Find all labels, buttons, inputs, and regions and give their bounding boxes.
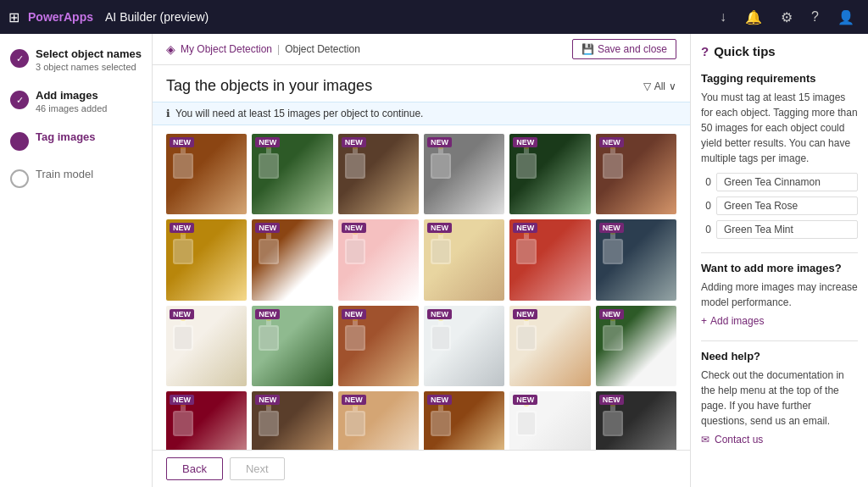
image-cell-15[interactable]: NEW: [338, 306, 419, 386]
svg-rect-1: [175, 155, 192, 177]
svg-rect-13: [432, 155, 449, 177]
new-badge: NEW: [427, 395, 452, 405]
image-cell-10[interactable]: NEW: [424, 219, 504, 300]
image-cell-5[interactable]: NEW: [509, 134, 590, 214]
new-badge: NEW: [599, 137, 624, 147]
step-2-sublabel: 46 images added: [36, 103, 107, 113]
help-section: Need help? Check out the documentation i…: [701, 350, 858, 445]
new-badge: NEW: [599, 309, 624, 319]
step-2-label: Add images: [36, 89, 107, 102]
divider-1: [701, 252, 858, 253]
content-area: ◈ My Object Detection | Object Detection…: [153, 34, 690, 487]
image-cell-22[interactable]: NEW: [424, 391, 504, 450]
tag-row-1: 0Green Tea Rose: [701, 196, 858, 215]
info-icon: ℹ: [166, 108, 170, 119]
my-object-detection-link[interactable]: My Object Detection: [181, 43, 272, 55]
help-icon[interactable]: ?: [811, 9, 819, 25]
image-cell-7[interactable]: NEW: [166, 219, 247, 300]
image-grid: NEW NEW NEW NEW NEW NEW NEW NEW: [166, 134, 676, 450]
sidebar-item-train-model[interactable]: Train model: [10, 168, 142, 188]
step-3-circle: [10, 132, 29, 151]
svg-rect-85: [432, 412, 449, 434]
sidebar-item-select-objects[interactable]: ✓ Select object names 3 object names sel…: [10, 47, 142, 72]
svg-rect-61: [432, 327, 449, 349]
new-badge: NEW: [170, 223, 194, 233]
save-close-button[interactable]: 💾 Save and close: [572, 39, 676, 59]
add-images-button[interactable]: + Add images: [701, 315, 858, 327]
new-badge: NEW: [427, 137, 452, 147]
image-cell-13[interactable]: NEW: [166, 306, 247, 386]
image-cell-11[interactable]: NEW: [509, 219, 590, 300]
step-4-circle: [10, 169, 29, 188]
tag-count: 0: [701, 224, 711, 235]
add-images-title: Want to add more images?: [701, 262, 858, 274]
need-help-title: Need help?: [701, 350, 858, 362]
save-close-label: Save and close: [598, 43, 667, 55]
new-badge: NEW: [255, 309, 280, 319]
object-detection-icon: ◈: [166, 42, 175, 56]
tag-row-2: 0Green Tea Mint: [701, 220, 858, 239]
download-icon[interactable]: ↓: [720, 9, 726, 25]
image-cell-14[interactable]: NEW: [252, 306, 332, 386]
step-3-label: Tag images: [36, 130, 96, 143]
new-badge: NEW: [170, 137, 194, 147]
image-cell-16[interactable]: NEW: [424, 306, 504, 386]
tagging-requirements-section: Tagging requirements You must tag at lea…: [701, 72, 858, 239]
apps-icon[interactable]: ⊞: [8, 9, 19, 25]
user-icon[interactable]: 👤: [837, 9, 854, 25]
svg-rect-73: [175, 412, 192, 434]
back-button[interactable]: Back: [166, 457, 223, 480]
svg-rect-29: [260, 241, 277, 263]
next-button[interactable]: Next: [230, 457, 285, 480]
object-detection-title: Object Detection: [285, 43, 360, 55]
contact-us-button[interactable]: ✉ Contact us: [701, 434, 858, 445]
svg-rect-89: [518, 412, 535, 434]
image-cell-6[interactable]: NEW: [596, 134, 676, 214]
sidebar-item-add-images[interactable]: ✓ Add images 46 images added: [10, 89, 142, 113]
image-grid-container[interactable]: NEW NEW NEW NEW NEW NEW NEW NEW: [153, 125, 690, 450]
step-1-label: Select object names: [36, 47, 142, 60]
new-badge: NEW: [255, 137, 280, 147]
filter-label: All: [654, 80, 665, 92]
tagging-requirements-title: Tagging requirements: [701, 72, 858, 85]
image-cell-21[interactable]: NEW: [338, 391, 419, 450]
gear-icon[interactable]: ⚙: [781, 9, 793, 25]
image-cell-12[interactable]: NEW: [596, 219, 676, 300]
new-badge: NEW: [427, 309, 452, 319]
bell-icon[interactable]: 🔔: [745, 9, 762, 25]
image-cell-24[interactable]: NEW: [596, 391, 676, 450]
need-help-text: Check out the documentation in the help …: [701, 368, 858, 429]
filter-button[interactable]: ▽ All ∨: [643, 80, 676, 92]
image-cell-9[interactable]: NEW: [338, 219, 419, 300]
tagging-requirements-text: You must tag at least 15 images for each…: [701, 90, 858, 166]
sidebar: ✓ Select object names 3 object names sel…: [0, 34, 153, 487]
image-cell-17[interactable]: NEW: [509, 306, 590, 386]
svg-rect-77: [260, 412, 277, 434]
sidebar-item-tag-images[interactable]: Tag images: [10, 130, 142, 151]
new-badge: NEW: [513, 309, 537, 319]
tag-row-0: 0Green Tea Cinnamon: [701, 173, 858, 191]
image-cell-3[interactable]: NEW: [338, 134, 419, 214]
image-cell-18[interactable]: NEW: [596, 306, 676, 386]
new-badge: NEW: [170, 309, 194, 319]
svg-rect-9: [347, 155, 364, 177]
email-icon: ✉: [701, 434, 709, 445]
tag-badge: Green Tea Rose: [716, 196, 858, 215]
panel-title-section: ? Quick tips: [701, 44, 858, 58]
info-text: You will need at least 15 images per obj…: [175, 108, 423, 119]
image-cell-4[interactable]: NEW: [424, 134, 504, 214]
image-cell-19[interactable]: NEW: [166, 391, 247, 450]
new-badge: NEW: [599, 395, 624, 405]
new-badge: NEW: [427, 223, 452, 233]
image-cell-23[interactable]: NEW: [509, 391, 590, 450]
image-cell-20[interactable]: NEW: [252, 391, 332, 450]
image-cell-2[interactable]: NEW: [252, 134, 332, 214]
svg-rect-65: [518, 327, 535, 349]
image-cell-8[interactable]: NEW: [252, 219, 332, 300]
filter-icon: ▽: [643, 80, 651, 92]
new-badge: NEW: [342, 223, 366, 233]
svg-rect-45: [604, 241, 621, 263]
image-cell-1[interactable]: NEW: [166, 134, 247, 214]
tag-badge: Green Tea Mint: [716, 220, 858, 239]
svg-rect-53: [260, 327, 277, 349]
